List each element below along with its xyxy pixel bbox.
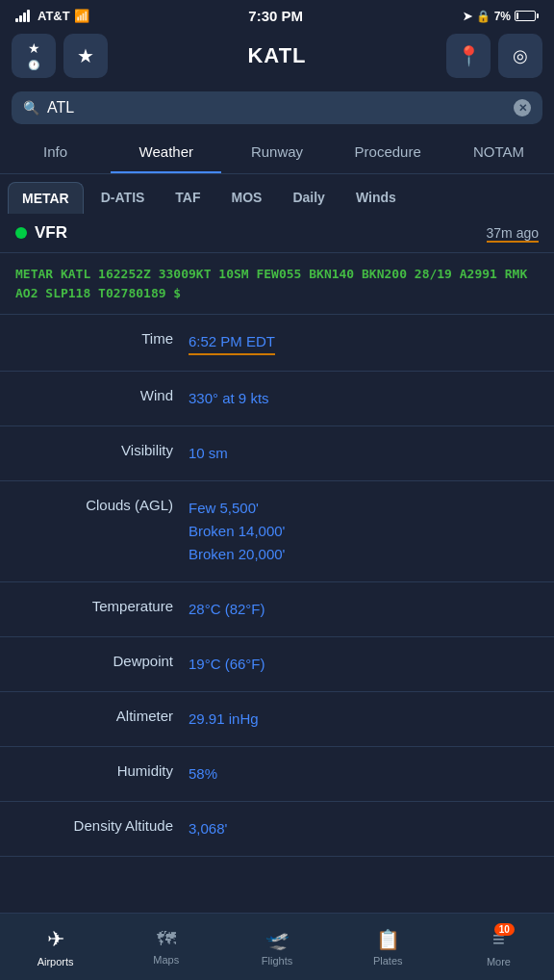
time-value: 6:52 PM EDT [189,330,275,355]
weather-data-table: Time 6:52 PM EDT Wind 330° at 9 kts Visi… [0,315,554,857]
flights-icon: 🛫 [265,928,290,951]
plates-icon: 📋 [376,928,400,951]
density-altitude-label: Density Altitude [15,817,189,834]
favorite-button[interactable]: ★ [63,34,108,78]
status-right: ➤ 🔒 7% [463,10,539,23]
search-bar: 🔍 ✕ [12,91,542,124]
search-icon: 🔍 [23,100,39,116]
altimeter-label: Altimeter [15,708,189,724]
subtab-taf[interactable]: TAF [162,182,214,214]
main-tab-bar: Info Weather Runway Procedure NOTAM [0,132,554,174]
more-badge: 10 [494,923,515,936]
vfr-time: 37m ago [487,225,539,241]
vfr-status-bar: VFR 37m ago [0,214,554,253]
star-icon: ★ [77,44,94,67]
plates-label: Plates [373,955,403,967]
sub-tab-bar: METAR D-ATIS TAF MOS Daily Winds [0,174,554,214]
carrier-label: AT&T [38,9,70,23]
humidity-row: Humidity 58% [0,747,554,802]
time-row: Time 6:52 PM EDT [0,315,554,372]
humidity-label: Humidity [15,762,189,779]
location-icon: ➤ [463,10,472,23]
pin-button[interactable]: 📍 [446,34,491,78]
temperature-label: Temperature [15,598,189,614]
metar-raw-text: METAR KATL 162252Z 33009KT 10SM FEW055 B… [0,253,554,315]
temperature-value: 28°C (82°F) [189,598,265,621]
wifi-icon: 📶 [74,9,89,23]
altimeter-row: Altimeter 29.91 inHg [0,692,554,747]
tab-runway[interactable]: Runway [221,132,332,173]
subtab-daily[interactable]: Daily [279,182,338,214]
clouds-row: Clouds (AGL) Few 5,500'Broken 14,000'Bro… [0,481,554,582]
app-header: ★🕐 ★ KATL 📍 ◎ [0,28,554,84]
clouds-value: Few 5,500'Broken 14,000'Broken 20,000' [189,497,285,566]
vfr-dot [15,227,27,239]
wind-value: 330° at 9 kts [189,387,269,410]
visibility-row: Visibility 10 sm [0,426,554,481]
nav-flights[interactable]: 🛫 Flights [221,914,332,980]
visibility-label: Visibility [15,442,189,458]
recent-airports-button[interactable]: ★🕐 [12,34,56,78]
density-altitude-row: Density Altitude 3,068' [0,802,554,857]
subtab-winds[interactable]: Winds [342,182,410,214]
dewpoint-value: 19°C (66°F) [189,653,265,676]
tab-weather[interactable]: Weather [111,132,221,173]
status-bar: AT&T 📶 7:30 PM ➤ 🔒 7% [0,0,554,28]
airports-label: Airports [38,956,74,967]
tab-info[interactable]: Info [0,132,111,173]
bottom-navigation: ✈ Airports 🗺 Maps 🛫 Flights 📋 Plates ≡ 1… [0,913,554,980]
dewpoint-label: Dewpoint [15,653,189,669]
vfr-label: VFR [35,223,67,243]
nav-plates[interactable]: 📋 Plates [333,914,443,980]
more-label: More [487,956,511,967]
tab-notam[interactable]: NOTAM [443,132,554,173]
locate-button[interactable]: ◎ [498,34,542,78]
wind-label: Wind [15,387,189,403]
airports-icon: ✈ [47,927,64,952]
subtab-metar[interactable]: METAR [8,182,84,214]
pin-icon: 📍 [457,44,481,67]
battery-icon [515,11,539,21]
signal-bars [15,10,30,22]
wind-row: Wind 330° at 9 kts [0,372,554,426]
visibility-value: 10 sm [189,442,228,465]
locate-icon: ◎ [513,45,528,66]
nav-more[interactable]: ≡ 10 More [443,914,554,980]
content-area: VFR 37m ago METAR KATL 162252Z 33009KT 1… [0,214,554,934]
tab-procedure[interactable]: Procedure [333,132,443,173]
maps-label: Maps [153,954,179,966]
altimeter-value: 29.91 inHg [189,708,259,731]
battery-label: 7% [494,10,511,23]
airport-code: KATL [247,43,306,68]
dewpoint-row: Dewpoint 19°C (66°F) [0,637,554,692]
temperature-row: Temperature 28°C (82°F) [0,582,554,637]
vfr-left: VFR [15,223,67,243]
more-icon-wrapper: ≡ 10 [492,927,505,952]
status-time: 7:30 PM [248,8,303,24]
flights-label: Flights [262,955,292,967]
search-clear-button[interactable]: ✕ [514,99,531,116]
search-input[interactable] [47,99,514,116]
nav-maps[interactable]: 🗺 Maps [111,914,221,980]
subtab-mos[interactable]: MOS [218,182,276,214]
humidity-value: 58% [189,762,217,786]
subtab-datis[interactable]: D-ATIS [88,182,159,214]
density-altitude-value: 3,068' [189,817,227,840]
maps-icon: 🗺 [157,928,176,950]
clouds-label: Clouds (AGL) [15,497,189,513]
time-label: Time [15,330,189,347]
lock-icon: 🔒 [476,10,491,23]
clock-star-icon: ★🕐 [28,40,40,71]
nav-airports[interactable]: ✈ Airports [0,914,111,980]
status-left: AT&T 📶 [15,9,89,23]
